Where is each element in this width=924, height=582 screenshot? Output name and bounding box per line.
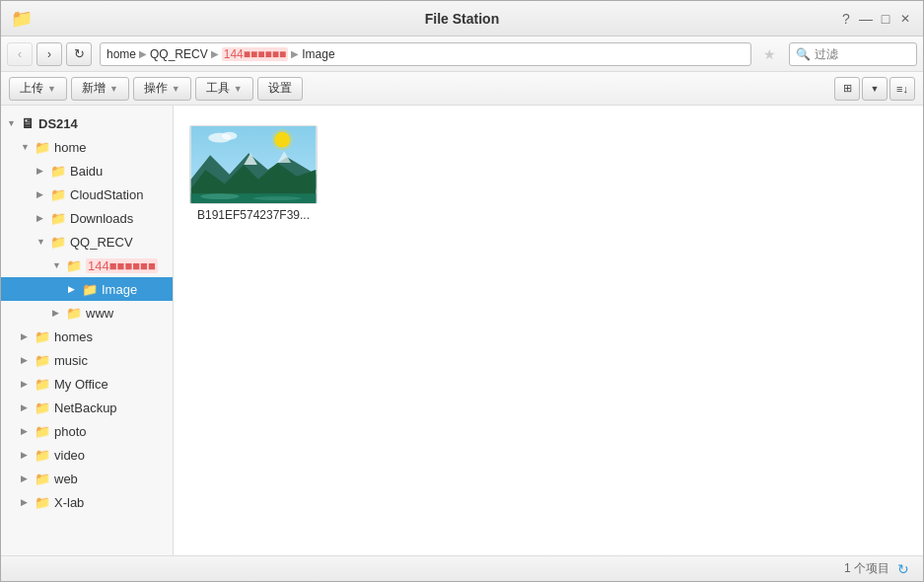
- path-image: Image: [302, 47, 334, 61]
- sort-button[interactable]: ≡↓: [889, 77, 915, 101]
- file-grid: B191EF574237F39...: [189, 121, 907, 226]
- grid-icon: ⊞: [843, 82, 852, 95]
- sidebar-item-baidu[interactable]: ▶ 📁 Baidu: [1, 159, 173, 182]
- maximize-button[interactable]: □: [878, 11, 893, 27]
- back-icon: ‹: [18, 47, 22, 61]
- web-toggle: ▶: [21, 473, 35, 483]
- music-icon: 📁: [35, 353, 50, 368]
- sidebar-item-www[interactable]: ▶ 📁 www: [1, 301, 173, 325]
- action-toolbar: 上传 ▼ 新增 ▼ 操作 ▼ 工具 ▼ 设置 ⊞ ▼ ≡↓: [1, 72, 923, 106]
- navigation-toolbar: ‹ › ↻ home ▶ QQ_RECV ▶ 144■■■■■■ ▶ Image…: [1, 36, 923, 72]
- sidebar-item-netbackup[interactable]: ▶ 📁 NetBackup: [1, 396, 173, 419]
- help-button[interactable]: ?: [838, 11, 854, 27]
- title-bar-left: 📁: [11, 8, 33, 30]
- svg-point-2: [272, 129, 293, 150]
- homes-icon: 📁: [35, 329, 50, 344]
- file-area: B191EF574237F39...: [174, 106, 923, 555]
- sidebar-item-image[interactable]: ▶ 📁 Image: [1, 277, 173, 301]
- myoffice-label: My Office: [54, 377, 108, 392]
- operation-arrow: ▼: [172, 84, 180, 94]
- homes-label: homes: [54, 329, 93, 344]
- web-label: web: [54, 472, 78, 486]
- upload-button[interactable]: 上传 ▼: [9, 77, 67, 101]
- www-toggle: ▶: [52, 308, 66, 318]
- sidebar-item-cloudstation[interactable]: ▶ 📁 CloudStation: [1, 182, 173, 206]
- status-refresh-button[interactable]: ↻: [897, 561, 913, 577]
- cloudstation-icon: 📁: [50, 187, 66, 202]
- back-button[interactable]: ‹: [7, 42, 33, 66]
- myoffice-toggle: ▶: [21, 379, 35, 389]
- downloads-icon: 📁: [50, 211, 66, 226]
- tool-button[interactable]: 工具 ▼: [195, 77, 253, 101]
- baidu-toggle: ▶: [36, 166, 50, 176]
- music-toggle: ▶: [21, 355, 35, 365]
- sidebar-item-downloads[interactable]: ▶ 📁 Downloads: [1, 206, 173, 230]
- view-controls: ⊞ ▼ ≡↓: [834, 77, 915, 101]
- home-toggle: ▼: [21, 142, 35, 152]
- netbackup-icon: 📁: [35, 400, 50, 415]
- file-name: B191EF574237F39...: [197, 208, 310, 222]
- sort-icon: ≡↓: [896, 83, 908, 95]
- operation-button[interactable]: 操作 ▼: [133, 77, 191, 101]
- main-content: ▼ 🖥 DS214 ▼ 📁 home ▶ 📁 Baidu ▶ 📁 CloudSt…: [1, 106, 923, 555]
- downloads-label: Downloads: [70, 211, 133, 226]
- close-button[interactable]: ✕: [897, 11, 913, 27]
- sidebar-item-homes[interactable]: ▶ 📁 homes: [1, 325, 173, 348]
- cloudstation-toggle: ▶: [36, 189, 50, 199]
- refresh-icon: ↻: [74, 46, 85, 61]
- svg-point-9: [253, 196, 302, 200]
- www-label: www: [86, 306, 113, 321]
- sidebar-item-home[interactable]: ▼ 📁 home: [1, 135, 173, 159]
- sidebar-item-music[interactable]: ▶ 📁 music: [1, 348, 173, 372]
- search-input[interactable]: [815, 47, 910, 61]
- sidebar-item-web[interactable]: ▶ 📁 web: [1, 467, 173, 490]
- search-icon: 🔍: [796, 47, 811, 61]
- ds214-label: DS214: [38, 116, 78, 131]
- music-label: music: [54, 353, 88, 368]
- video-toggle: ▶: [21, 450, 35, 460]
- grid-view-button[interactable]: ⊞: [834, 77, 860, 101]
- sidebar-item-144x[interactable]: ▼ 📁 144■■■■■■: [1, 254, 173, 277]
- forward-button[interactable]: ›: [36, 42, 62, 66]
- sidebar-item-ds214[interactable]: ▼ 🖥 DS214: [1, 111, 173, 135]
- file-item[interactable]: B191EF574237F39...: [189, 121, 318, 226]
- address-bar[interactable]: home ▶ QQ_RECV ▶ 144■■■■■■ ▶ Image: [100, 42, 751, 66]
- main-window: 📁 File Station ? — □ ✕ ‹ › ↻ home ▶ QQ_R…: [0, 0, 924, 582]
- star-icon: ★: [763, 46, 776, 62]
- web-icon: 📁: [35, 472, 50, 486]
- downloads-toggle: ▶: [36, 213, 50, 223]
- qq-recv-label: QQ_RECV: [70, 235, 133, 250]
- sidebar-item-qq-recv[interactable]: ▼ 📁 QQ_RECV: [1, 230, 173, 254]
- favorite-button[interactable]: ★: [759, 44, 779, 64]
- title-bar: 📁 File Station ? — □ ✕: [1, 1, 923, 36]
- status-bar: 1 个项目 ↻: [1, 555, 923, 581]
- forward-icon: ›: [47, 47, 51, 61]
- netbackup-toggle: ▶: [21, 402, 35, 412]
- sidebar-item-photo[interactable]: ▶ 📁 photo: [1, 419, 173, 443]
- view-dropdown-button[interactable]: ▼: [862, 77, 888, 101]
- ds214-toggle: ▼: [7, 118, 21, 128]
- window-title: File Station: [425, 11, 499, 27]
- photo-label: photo: [54, 424, 87, 439]
- minimize-button[interactable]: —: [858, 11, 874, 27]
- 144x-toggle: ▼: [52, 260, 66, 270]
- baidu-icon: 📁: [50, 164, 66, 179]
- operation-label: 操作: [144, 80, 168, 97]
- app-icon: 📁: [11, 8, 33, 30]
- www-icon: 📁: [66, 306, 82, 321]
- home-folder-icon: 📁: [35, 140, 50, 155]
- sidebar-item-xlab[interactable]: ▶ 📁 X-lab: [1, 490, 173, 514]
- path-sep-3: ▶: [291, 48, 299, 59]
- search-box: 🔍: [789, 42, 917, 66]
- upload-label: 上传: [20, 80, 43, 97]
- refresh-button[interactable]: ↻: [66, 42, 92, 66]
- video-label: video: [54, 448, 85, 463]
- view-dropdown-icon: ▼: [871, 84, 880, 94]
- sidebar-item-myoffice[interactable]: ▶ 📁 My Office: [1, 372, 173, 396]
- home-label: home: [54, 140, 87, 155]
- settings-button[interactable]: 设置: [257, 77, 303, 101]
- new-button[interactable]: 新增 ▼: [71, 77, 129, 101]
- sidebar-item-video[interactable]: ▶ 📁 video: [1, 443, 173, 467]
- svg-point-11: [222, 132, 238, 140]
- path-sep-1: ▶: [139, 48, 147, 59]
